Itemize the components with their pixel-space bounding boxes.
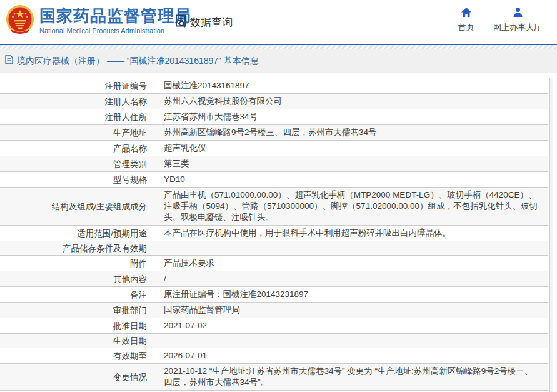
row-value-text: 产品由主机（571.01000.00.00）、超声乳化手柄（MTP2000 ME… [164,189,539,223]
row-label-text: 注册证编号 [105,81,148,91]
table-row: 结构及组成/主要组成成分产品由主机（571.01000.00.00）、超声乳化手… [0,188,548,226]
row-value: 江苏省苏州市大儒巷34号 [154,109,548,124]
row-label-text: 生产地址 [113,128,147,138]
row-label: 生效日期 [0,334,154,348]
row-label: 管理类别 [0,156,154,171]
row-value-text: 2021-10-12 “生产地址:江苏省苏州市大儒巷34号” 变更为 “生产地址… [164,366,539,388]
table-wrap: 注册证编号国械注准20143161897注册人名称苏州六六视觉科技股份有限公司注… [0,78,557,392]
row-label-text: 产品名称 [113,143,147,154]
home-link-label: 首页 [458,22,474,33]
row-value-text: 江苏省苏州市大儒巷34号 [164,111,258,123]
table-row: 审批部门国家药品监督管理局 [0,303,548,318]
row-value: 2021-10-12 “生产地址:江苏省苏州市大儒巷34号” 变更为 “生产地址… [154,364,548,390]
row-value [154,241,548,255]
data-query-label: 数据查询 [190,15,233,29]
row-label: 生产地址 [0,125,154,140]
site-title-block: 国家药品监督管理局 National Medical Products Admi… [39,7,191,34]
home-link[interactable]: 首页 [458,7,474,33]
table-row: 产品储存条件及有效期 [0,241,548,256]
row-value-text: 第三类 [164,158,189,169]
row-value-text: 国械注准20143161897 [164,80,249,91]
table-row: 注册证编号国械注准20143161897 [0,78,548,94]
home-icon [461,7,472,19]
row-label-text: 审批部门 [113,305,147,316]
row-value-text: 2021-07-02 [164,320,207,331]
row-label: 有效期至 [0,348,154,363]
row-value: 原注册证编号：国械注准20143231897 [154,287,548,302]
table-row: 型号规格YD10 [0,172,548,188]
table-row: 备注原注册证编号：国械注准20143231897 [0,287,548,303]
row-value: 苏州六六视觉科技股份有限公司 [154,94,548,109]
breadcrumb-text: 境内医疗器械（注册） —— “国械注准20143161897” 基本信息 [17,56,259,67]
table-row: 生产地址苏州高新区锦峰路9号2号楼三、四层，苏州市大儒巷34号 [0,125,548,141]
row-label: 结构及组成/主要组成成分 [0,188,154,225]
table-row: 注册人名称苏州六六视觉科技股份有限公司 [0,94,548,109]
table-row: 变更情况2021-10-12 “生产地址:江苏省苏州市大儒巷34号” 变更为 “… [0,364,548,391]
table-row: 其他内容/ [0,271,548,287]
row-label-text: 结构及组成/主要组成成分 [52,201,147,212]
row-value: 产品技术要求 [154,256,548,271]
table-row: 有效期至2026-07-01 [0,348,548,364]
table-row: 适用范围/预期用途本产品在医疗机构中使用，用于眼科手术中利用超声粉碎并吸出白内障… [0,226,548,241]
table-row: 注册人住所江苏省苏州市大儒巷34号 [0,109,548,125]
row-label-text: 附件 [130,258,147,269]
row-label-text: 产品储存条件及有效期 [63,243,147,254]
row-value: 2026-07-01 [154,348,548,363]
row-label-text: 管理类别 [113,159,147,169]
row-label-text: 注册人住所 [105,112,148,123]
doc-search-icon [173,13,188,31]
row-label-text: 适用范围/预期用途 [77,228,147,239]
row-label: 适用范围/预期用途 [0,226,154,241]
data-query-nav[interactable]: 数据查询 [173,13,233,31]
row-label-text: 生效日期 [113,336,147,346]
table-row: 管理类别第三类 [0,156,548,172]
online-hall-link[interactable]: 网上办事大厅 [493,7,542,33]
row-label-text: 其他内容 [113,274,147,284]
row-value-text: 产品技术要求 [164,258,214,269]
row-value: 本产品在医疗机构中使用，用于眼科手术中利用超声粉碎并吸出白内障晶体。 [154,226,548,241]
row-value-text: 本产品在医疗机构中使用，用于眼科手术中利用超声粉碎并吸出白内障晶体。 [164,228,451,239]
document-icon [5,55,13,67]
row-value: YD10 [154,172,548,187]
table-row: 产品名称超声乳化仪 [0,141,548,156]
row-value-text: 国家药品监督管理局 [164,304,240,316]
breadcrumb: 境内医疗器械（注册） —— “国械注准20143161897” 基本信息 [0,49,557,73]
row-value-text: YD10 [164,174,185,185]
row-label-text: 变更情况 [113,372,147,383]
row-value: 产品由主机（571.01000.00.00）、超声乳化手柄（MTP2000 ME… [154,188,548,225]
row-label-text: 备注 [130,289,147,300]
row-label: 型号规格 [0,172,154,187]
site-title: 国家药品监督管理局 [39,7,191,25]
row-value-text: 苏州六六视觉科技股份有限公司 [164,96,282,107]
row-label: 备注 [0,287,154,302]
row-value: 国家药品监督管理局 [154,303,548,318]
row-label-text: 型号规格 [113,174,147,185]
row-value-text: 原注册证编号：国械注准20143231897 [164,289,308,300]
row-value-text: / [164,273,166,284]
row-value-text: 2026-07-01 [164,350,207,361]
row-label: 产品储存条件及有效期 [0,241,154,255]
row-label: 注册人住所 [0,109,154,124]
row-label: 附件 [0,256,154,271]
row-value: / [154,271,548,286]
row-label-text: 注册人名称 [105,96,148,107]
row-label: 其他内容 [0,271,154,286]
row-label-text: 批准日期 [113,321,147,331]
vertical-scrollbar[interactable] [549,78,553,392]
row-value [154,334,548,348]
row-value: 2021-07-02 [154,318,548,333]
national-emblem-logo [6,4,34,34]
info-table: 注册证编号国械注准20143161897注册人名称苏州六六视觉科技股份有限公司注… [0,78,548,392]
row-value: 苏州高新区锦峰路9号2号楼三、四层，苏州市大儒巷34号 [154,125,548,140]
row-value: 第三类 [154,156,548,171]
row-label: 变更情况 [0,364,154,390]
row-label: 批准日期 [0,318,154,333]
table-row: 批准日期2021-07-02 [0,318,548,334]
row-value: 国械注准20143161897 [154,78,548,93]
row-label: 产品名称 [0,141,154,156]
row-value-text: 超声乳化仪 [164,143,206,154]
page-header: 国家药品监督管理局 National Medical Products Admi… [0,0,557,44]
row-label-text: 有效期至 [113,351,147,361]
row-label: 审批部门 [0,303,154,318]
online-hall-link-label: 网上办事大厅 [493,22,542,33]
